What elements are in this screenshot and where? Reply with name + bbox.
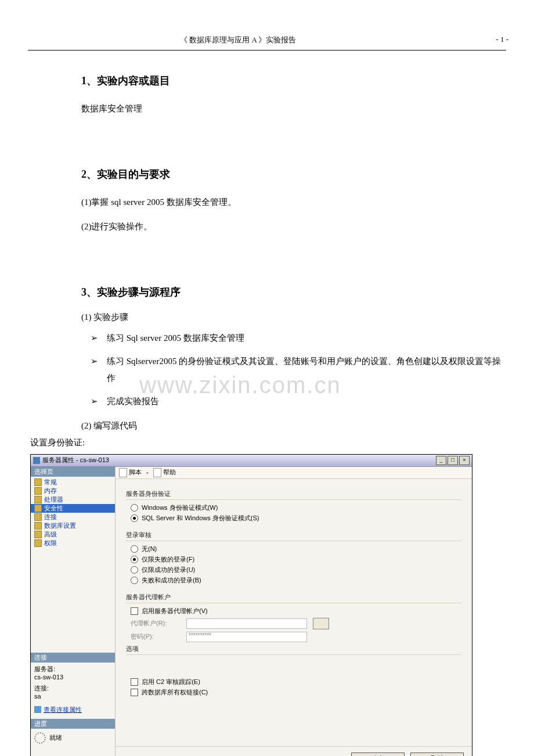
page-icon: [34, 478, 42, 486]
header-title: 《 数据库原理与应用 A 》实验报告: [180, 35, 296, 45]
option-label: 仅限成功的登录(U): [142, 566, 195, 574]
dialog-main: 脚本 • 帮助 服务器身份验证 Win: [116, 467, 472, 757]
audit-option-success[interactable]: 仅限成功的登录(U): [131, 566, 461, 574]
sidebar-item-database[interactable]: 数据库设置: [31, 521, 115, 530]
section-2-item-1: (1)掌握 sql server 2005 数据库安全管理。: [81, 194, 504, 211]
connection-value: sa: [34, 693, 111, 700]
browse-button[interactable]: [313, 618, 329, 629]
page-icon: [34, 505, 42, 512]
sidebar-head-progress: 进度: [31, 719, 115, 729]
document-body: 1、实验内容或题目 数据库安全管理 2、实验目的与要求 (1)掌握 sql se…: [28, 74, 506, 756]
dialog-toolbar: 脚本 • 帮助: [116, 467, 472, 479]
section-3-code-label: (2) 编写源代码: [81, 420, 504, 431]
dialog-footer: 确定 取消: [116, 746, 472, 757]
audit-option-none[interactable]: 无(N): [131, 545, 461, 553]
auth-option-mixed[interactable]: SQL Server 和 Windows 身份验证模式(S): [131, 514, 461, 523]
proxy-enable-check[interactable]: 启用服务器代理帐户(V): [131, 607, 461, 615]
audit-option-both[interactable]: 失败和成功的登录(B): [131, 576, 461, 585]
radio-icon[interactable]: [131, 514, 138, 522]
checkbox-icon[interactable]: [131, 607, 138, 615]
toolbar-separator: •: [146, 469, 149, 476]
sidebar-item-processors[interactable]: 处理器: [31, 495, 115, 504]
sidebar-item-label: 连接: [44, 513, 57, 521]
sidebar-item-memory[interactable]: 内存: [31, 487, 115, 495]
bullet-text: 完成实验报告: [107, 393, 504, 410]
group-options: 选项: [126, 645, 461, 655]
toolbar-label: 帮助: [163, 468, 176, 477]
section-3-step-label: (1) 实验步骤: [81, 312, 504, 323]
field-label: 密码(P):: [131, 632, 181, 641]
close-button[interactable]: ×: [459, 456, 470, 465]
section-2-heading: 2、实验目的与要求: [81, 167, 504, 181]
dialog-titlebar[interactable]: 服务器属性 - cs-sw-013 _ □ ×: [31, 455, 472, 467]
sidebar-item-permissions[interactable]: 权限: [31, 539, 115, 548]
option-label: 启用 C2 审核跟踪(E): [142, 678, 200, 686]
c2-audit-check[interactable]: 启用 C2 审核跟踪(E): [131, 678, 461, 686]
auth-option-windows[interactable]: Windows 身份验证模式(W): [131, 503, 461, 512]
connection-label: 连接:: [34, 684, 111, 693]
sidebar-item-label: 常规: [44, 478, 57, 487]
status-text: 就绪: [49, 733, 62, 742]
chevron-right-icon: ➢: [91, 393, 107, 410]
page-icon: [34, 496, 42, 503]
section-1-body: 数据库安全管理: [81, 100, 504, 117]
dialog-title: 服务器属性 - cs-sw-013: [42, 456, 109, 465]
group-audit: 登录审核: [126, 531, 461, 541]
sidebar-item-advanced[interactable]: 高级: [31, 530, 115, 539]
bullet-text: 练习 Sqlserver2005 的身份验证模式及其设置、登陆账号和用户账户的设…: [107, 353, 504, 386]
radio-icon[interactable]: [131, 504, 138, 512]
dialog-sidebar: 选择页 常规 内存 处理器 安全性 连接 数据库设置 高级 权限 连接: [31, 467, 116, 757]
cancel-button[interactable]: 取消: [410, 753, 464, 757]
minimize-button[interactable]: _: [436, 456, 446, 465]
proxy-password-input[interactable]: **********: [186, 632, 307, 642]
toolbar-label: 脚本: [129, 468, 142, 477]
view-connection-props-link[interactable]: 查看连接属性: [44, 705, 82, 714]
checkbox-icon[interactable]: [131, 689, 138, 696]
audit-option-failed[interactable]: 仅限失败的登录(F): [131, 555, 461, 564]
option-label: 启用服务器代理帐户(V): [142, 607, 208, 615]
option-label: 失败和成功的登录(B): [142, 576, 201, 585]
ok-button[interactable]: 确定: [351, 753, 405, 757]
sidebar-item-label: 安全性: [44, 504, 63, 513]
list-item: ➢ 练习 Sqlserver2005 的身份验证模式及其设置、登陆账号和用户账户…: [91, 353, 504, 386]
page-icon: [34, 513, 42, 521]
group-auth: 服务器身份验证: [126, 489, 461, 500]
sidebar-item-label: 数据库设置: [44, 521, 76, 530]
page-icon: [34, 531, 42, 538]
cross-db-chain-check[interactable]: 跨数据库所有权链接(C): [131, 688, 461, 697]
proxy-account-input[interactable]: [186, 618, 307, 629]
section-3-heading: 3、实验步骤与源程序: [81, 285, 504, 299]
option-label: 无(N): [142, 545, 157, 553]
server-value: cs-sw-013: [34, 674, 111, 681]
app-icon: [33, 457, 40, 464]
script-button[interactable]: 脚本: [119, 468, 142, 477]
section-1-heading: 1、实验内容或题目: [81, 74, 504, 88]
spinner-icon: [34, 732, 46, 744]
sidebar-item-connections[interactable]: 连接: [31, 513, 115, 521]
radio-icon[interactable]: [131, 556, 138, 563]
list-item: ➢ 完成实验报告: [91, 393, 504, 410]
sidebar-item-security[interactable]: 安全性: [31, 504, 115, 513]
radio-icon[interactable]: [131, 577, 138, 584]
page-icon: [34, 539, 42, 547]
sidebar-item-general[interactable]: 常规: [31, 478, 115, 487]
script-icon: [119, 468, 127, 477]
sidebar-item-label: 内存: [44, 487, 57, 495]
page-header: 《 数据库原理与应用 A 》实验报告 - 1 -: [179, 35, 510, 48]
sidebar-item-label: 高级: [44, 530, 57, 539]
sidebar-item-label: 权限: [44, 539, 57, 548]
help-button[interactable]: 帮助: [153, 468, 176, 477]
radio-icon[interactable]: [131, 545, 138, 553]
proxy-password-row: 密码(P): **********: [131, 632, 461, 642]
bullet-text: 练习 Sql server 2005 数据库安全管理: [107, 330, 504, 347]
option-label: SQL Server 和 Windows 身份验证模式(S): [142, 514, 259, 523]
server-properties-dialog: 服务器属性 - cs-sw-013 _ □ × 选择页 常规 内存: [30, 454, 472, 757]
list-item: ➢ 练习 Sql server 2005 数据库安全管理: [91, 330, 504, 347]
chevron-right-icon: ➢: [91, 353, 107, 370]
radio-icon[interactable]: [131, 566, 138, 574]
id-verification-line: 设置身份验证:: [30, 437, 504, 448]
maximize-button[interactable]: □: [448, 456, 458, 465]
server-label: 服务器:: [34, 665, 111, 674]
checkbox-icon[interactable]: [131, 678, 138, 686]
group-proxy: 服务器代理帐户: [126, 593, 461, 603]
